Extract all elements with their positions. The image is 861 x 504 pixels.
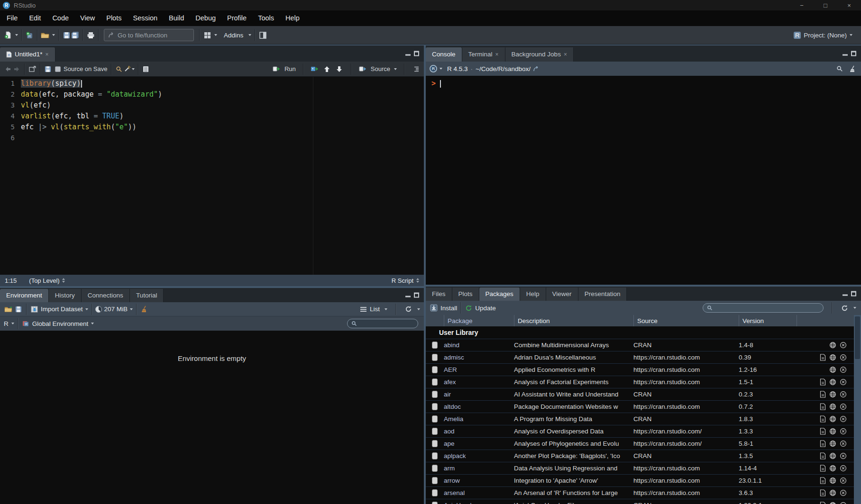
maximize-pane-icon[interactable] (414, 51, 419, 56)
package-name-link[interactable]: aplpack (444, 452, 514, 459)
addins-grid-caret[interactable] (214, 34, 217, 36)
terminal-tab-close-icon[interactable]: × (495, 47, 499, 62)
goto-directory-icon[interactable] (533, 66, 540, 72)
website-globe-icon[interactable] (829, 489, 836, 496)
package-checkbox[interactable] (432, 391, 438, 398)
package-name-link[interactable]: altdoc (444, 403, 514, 410)
r-version-caret[interactable] (440, 68, 442, 70)
console-search-icon[interactable] (835, 64, 844, 73)
remove-package-icon[interactable] (840, 502, 847, 504)
menu-session[interactable]: Session (127, 10, 163, 26)
menu-help[interactable]: Help (280, 10, 305, 26)
filetype-selector[interactable]: R Script (392, 277, 419, 284)
packages-search-box[interactable] (703, 303, 824, 313)
tab-console[interactable]: Console (426, 47, 462, 62)
tab-connections[interactable]: Connections (82, 289, 130, 302)
environment-search-box[interactable] (347, 319, 418, 328)
website-globe-icon[interactable] (829, 465, 836, 472)
open-file-dropdown-caret[interactable] (52, 34, 55, 36)
remove-package-icon[interactable] (840, 428, 847, 435)
editor-tab-close-icon[interactable]: × (46, 47, 49, 62)
manual-doc-icon[interactable] (820, 391, 826, 398)
package-checkbox[interactable] (432, 428, 438, 435)
package-checkbox[interactable] (432, 342, 438, 349)
remove-package-icon[interactable] (840, 489, 847, 496)
refresh-icon[interactable] (840, 304, 849, 312)
remove-package-icon[interactable] (840, 440, 847, 447)
close-window-button[interactable]: × (837, 0, 861, 10)
update-label[interactable]: Update (475, 305, 496, 312)
global-environment-caret[interactable] (91, 323, 94, 324)
tab-history[interactable]: History (49, 289, 82, 302)
source-label[interactable]: Source (371, 65, 390, 72)
memory-usage-caret[interactable] (130, 308, 133, 310)
website-globe-icon[interactable] (829, 452, 836, 459)
project-menu[interactable]: R Project: (None) (794, 32, 857, 39)
website-globe-icon[interactable] (829, 391, 836, 398)
run-next-down-icon[interactable] (335, 65, 344, 73)
remove-package-icon[interactable] (840, 477, 847, 484)
tab-plots[interactable]: Plots (452, 288, 479, 301)
website-globe-icon[interactable] (829, 415, 836, 423)
document-outline-icon[interactable] (412, 65, 420, 73)
vertical-scrollbar[interactable] (854, 315, 861, 504)
package-checkbox[interactable] (432, 415, 438, 423)
package-name-link[interactable]: Amelia (444, 415, 514, 423)
tab-help[interactable]: Help (520, 288, 546, 301)
package-name-link[interactable]: afex (444, 378, 514, 386)
menu-code[interactable]: Code (46, 10, 74, 26)
package-name-link[interactable]: arrow (444, 477, 514, 484)
source-icon[interactable] (358, 65, 367, 73)
menu-plots[interactable]: Plots (101, 10, 127, 26)
remove-package-icon[interactable] (840, 378, 847, 386)
remove-package-icon[interactable] (840, 415, 847, 423)
addins-grid-icon[interactable] (203, 31, 211, 39)
print-icon[interactable] (86, 31, 95, 39)
remove-package-icon[interactable] (840, 465, 847, 472)
rerun-icon[interactable] (311, 65, 319, 73)
manual-doc-icon[interactable] (820, 477, 826, 484)
package-name-link[interactable]: admisc (444, 354, 514, 361)
new-project-icon[interactable]: R (25, 31, 34, 39)
maximize-pane-icon[interactable] (414, 293, 419, 298)
refresh-caret[interactable] (853, 307, 856, 309)
console-output[interactable]: > (426, 76, 861, 285)
code-editor[interactable]: 123456 library(spicy)data(efc, package =… (0, 77, 424, 275)
package-checkbox[interactable] (432, 440, 438, 447)
minimize-pane-icon[interactable] (405, 293, 411, 297)
manual-doc-icon[interactable] (820, 452, 826, 459)
tab-files[interactable]: Files (426, 288, 452, 301)
minimize-pane-icon[interactable] (843, 52, 848, 55)
run-icon[interactable] (272, 65, 281, 73)
package-checkbox[interactable] (432, 354, 438, 361)
new-file-icon[interactable] (4, 31, 12, 39)
remove-package-icon[interactable] (840, 366, 847, 373)
maximize-pane-icon[interactable] (851, 51, 856, 56)
package-name-link[interactable]: ape (444, 440, 514, 447)
remove-package-icon[interactable] (840, 403, 847, 410)
source-caret[interactable] (394, 68, 397, 70)
import-dataset-icon[interactable] (30, 305, 38, 314)
menu-edit[interactable]: Edit (23, 10, 46, 26)
language-selector-label[interactable]: R (4, 320, 9, 327)
manual-doc-icon[interactable] (820, 502, 826, 504)
tab-tutorial[interactable]: Tutorial (130, 289, 164, 302)
forward-icon[interactable] (12, 65, 21, 73)
website-globe-icon[interactable] (829, 502, 836, 504)
view-mode-caret[interactable] (385, 308, 387, 310)
website-globe-icon[interactable] (829, 366, 836, 373)
import-dataset-caret[interactable] (85, 308, 88, 310)
menu-file[interactable]: File (1, 10, 23, 26)
website-globe-icon[interactable] (829, 342, 836, 349)
manual-doc-icon[interactable] (820, 354, 826, 361)
website-globe-icon[interactable] (829, 477, 836, 484)
code-tools-caret[interactable] (132, 68, 135, 70)
column-header-source[interactable]: Source (633, 315, 739, 326)
language-selector-caret[interactable] (11, 323, 14, 324)
install-icon[interactable] (430, 304, 438, 312)
save-workspace-icon[interactable] (14, 305, 23, 314)
import-dataset-label[interactable]: Import Dataset (41, 306, 83, 313)
package-checkbox[interactable] (432, 465, 438, 472)
minimize-pane-icon[interactable] (405, 52, 411, 55)
remove-package-icon[interactable] (840, 452, 847, 459)
